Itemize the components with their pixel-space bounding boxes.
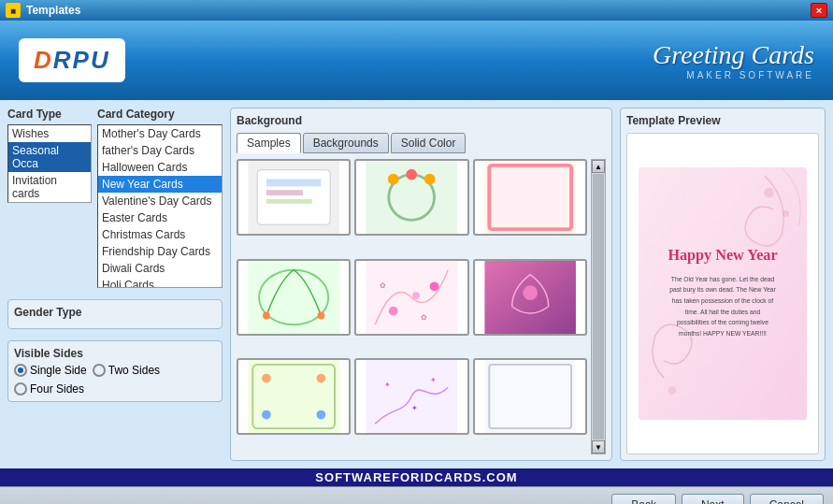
svg-point-28 (317, 374, 326, 383)
sample-thumb-4[interactable] (237, 259, 351, 336)
svg-text:Happy New Year: Happy New Year (668, 247, 777, 264)
svg-text:past bury its own dead. The Ne: past bury its own dead. The New Year (669, 286, 776, 294)
card-type-label: Card Type (7, 108, 92, 121)
scroll-up-button[interactable]: ▲ (592, 160, 605, 173)
svg-point-29 (262, 410, 271, 420)
two-sides-radio[interactable] (93, 364, 106, 377)
samples-grid-wrapper: ✿ ✿ (237, 159, 606, 454)
category-halloween[interactable]: Halloween Cards (98, 159, 222, 176)
logo-box: DRPU (19, 38, 125, 82)
category-christmas[interactable]: Christmas Cards (98, 226, 222, 243)
card-type-wishes[interactable]: Wishes (8, 125, 91, 142)
svg-text:months! HAPPY NEW YEAR!!!!: months! HAPPY NEW YEAR!!!! (679, 330, 767, 337)
watermark-text: SOFTWAREFORIDCARDS.COM (315, 470, 517, 484)
sample-thumb-9[interactable] (473, 358, 587, 435)
card-type-category-row: Card Type Wishes Seasonal Occa Invitatio… (7, 108, 223, 288)
svg-point-27 (262, 374, 271, 383)
svg-point-39 (783, 210, 789, 217)
card-category-section: Card Category Mother's Day Cards father'… (97, 108, 223, 288)
category-valentine[interactable]: Valentine's Day Cards (98, 193, 222, 209)
left-panel: Card Type Wishes Seasonal Occa Invitatio… (7, 108, 223, 461)
sample-thumb-1[interactable] (237, 159, 351, 236)
single-side-radio[interactable] (14, 364, 27, 377)
svg-rect-1 (257, 170, 330, 225)
svg-point-18 (389, 306, 398, 315)
svg-point-19 (412, 292, 420, 299)
gender-type-section: Gender Type (7, 299, 223, 329)
svg-point-9 (407, 169, 418, 180)
template-preview-title: Template Preview (626, 114, 819, 127)
preview-card-svg: Happy New Year The Old Year has gone. Le… (634, 167, 811, 420)
svg-text:The Old Year has gone. Let the: The Old Year has gone. Let the dead (671, 276, 775, 283)
preview-area: Happy New Year The Old Year has gone. Le… (626, 133, 819, 454)
svg-rect-35 (484, 360, 576, 433)
brand-name: Greeting Cards (653, 40, 814, 70)
middle-panel: Background Samples Backgrounds Solid Col… (230, 108, 612, 461)
svg-point-38 (764, 188, 774, 198)
card-category-list[interactable]: Mother's Day Cards father's Day Cards Ha… (97, 124, 223, 288)
sample-thumb-5[interactable]: ✿ ✿ (354, 259, 468, 336)
category-diwali[interactable]: Diwali Cards (98, 260, 222, 277)
cancel-button[interactable]: Cancel (750, 494, 824, 505)
category-holi[interactable]: Holi Cards (98, 277, 222, 288)
svg-rect-12 (494, 170, 567, 225)
tab-samples[interactable]: Samples (237, 133, 301, 153)
sample-thumb-3[interactable] (473, 159, 587, 236)
tab-backgrounds[interactable]: Backgrounds (303, 133, 389, 153)
tab-solid-color[interactable]: Solid Color (391, 133, 467, 153)
svg-point-15 (263, 311, 270, 319)
card-type-list: Wishes Seasonal Occa Invitation cards (7, 124, 92, 203)
svg-rect-25 (248, 360, 339, 433)
close-button[interactable]: × (811, 3, 827, 18)
back-button[interactable]: Back (611, 494, 676, 505)
right-panel: Template Preview Happy N (620, 108, 826, 461)
sample-thumb-8[interactable]: ✦ ✦ ✦ (354, 358, 468, 435)
svg-text:time. All hail the duties and: time. All hail the duties and (685, 309, 761, 315)
main-content: Card Type Wishes Seasonal Occa Invitatio… (0, 100, 833, 468)
visible-sides-label: Visible Sides (14, 347, 216, 360)
svg-rect-2 (266, 180, 322, 187)
header: DRPU Greeting Cards MAKER SOFTWARE (0, 21, 833, 100)
svg-text:has taken possession of the cl: has taken possession of the clock of (672, 297, 774, 305)
title-bar: ■ Templates × (0, 0, 833, 21)
scroll-down-button[interactable]: ▼ (592, 440, 605, 454)
sample-thumb-6[interactable] (473, 259, 587, 336)
sample-thumb-2[interactable] (354, 159, 468, 236)
svg-text:✿: ✿ (380, 281, 386, 290)
samples-grid: ✿ ✿ (237, 159, 587, 454)
category-friendship[interactable]: Friendship Day Cards (98, 243, 222, 260)
sample-thumb-7[interactable] (237, 358, 351, 435)
scroll-track (593, 174, 604, 439)
grid-scrollbar[interactable]: ▲ ▼ (591, 159, 606, 454)
svg-rect-3 (266, 190, 303, 195)
two-sides-label: Two Sides (108, 364, 160, 377)
gender-type-label: Gender Type (14, 306, 216, 319)
svg-text:possibilities of the coming tw: possibilities of the coming twelve (677, 319, 768, 326)
brand-sub: MAKER SOFTWARE (653, 70, 814, 80)
svg-point-7 (388, 174, 399, 185)
svg-text:✿: ✿ (421, 313, 427, 322)
category-mothers[interactable]: Mother's Day Cards (98, 125, 222, 142)
card-category-label: Card Category (97, 108, 223, 121)
svg-point-40 (668, 386, 677, 395)
card-type-seasonal[interactable]: Seasonal Occa (8, 142, 91, 172)
category-easter[interactable]: Easter Cards (98, 209, 222, 226)
category-newyear[interactable]: New Year Cards (98, 176, 222, 193)
single-side-option[interactable]: Single Side (14, 364, 87, 377)
two-sides-option[interactable]: Two Sides (93, 364, 160, 377)
category-fathers[interactable]: father's Day Cards (98, 142, 222, 159)
title-bar-icon: ■ (6, 3, 21, 18)
svg-text:✦: ✦ (411, 404, 418, 412)
four-sides-option[interactable]: Four Sides (14, 382, 84, 396)
four-sides-radio[interactable] (14, 382, 27, 396)
single-side-label: Single Side (30, 364, 87, 377)
svg-rect-4 (266, 199, 312, 204)
card-type-invitation[interactable]: Invitation cards (8, 172, 91, 202)
header-brand: Greeting Cards MAKER SOFTWARE (653, 40, 814, 80)
next-button[interactable]: Next (682, 494, 744, 505)
title-bar-title: Templates (26, 4, 811, 17)
visible-sides-section: Visible Sides Single Side Two Sides Four… (7, 340, 223, 402)
logo-text: DRPU (34, 46, 110, 75)
card-type-section: Card Type Wishes Seasonal Occa Invitatio… (7, 108, 92, 288)
svg-point-30 (317, 410, 326, 420)
